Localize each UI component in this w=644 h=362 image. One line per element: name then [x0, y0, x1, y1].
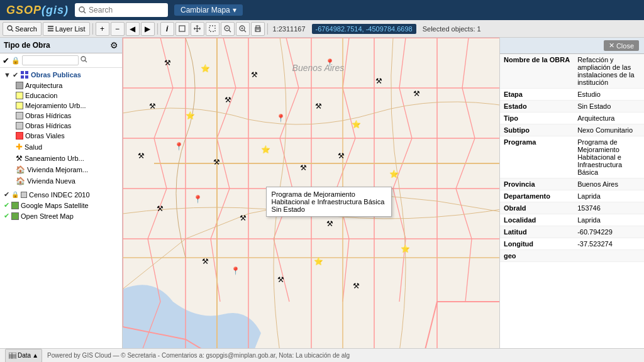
app-logo: GSOP(gis) [6, 4, 69, 17]
info-button[interactable]: i [160, 22, 174, 36]
print-button[interactable] [251, 22, 265, 36]
layer-label: Saneamiento Urb... [25, 155, 84, 162]
map-marker[interactable]: ⚒ [313, 101, 323, 111]
info-field-value: Buenos Aires [574, 178, 644, 190]
map-marker[interactable]: ⚒ [336, 151, 346, 161]
svg-point-25 [81, 57, 86, 61]
map-marker[interactable]: ⭐ [261, 145, 271, 155]
map-marker[interactable]: ⚒ [351, 281, 361, 291]
map-marker[interactable]: 📍 [231, 266, 241, 276]
map-marker[interactable]: ⚒ [148, 101, 158, 111]
layer-label: Obras Hídricas [25, 112, 71, 119]
map-marker[interactable]: ⚒ [411, 89, 421, 99]
layer-group: ▼ ✔ Obras Publicas Arquitectura Educacio… [0, 68, 122, 222]
map-marker[interactable]: ⭐ [201, 63, 211, 74]
layer-item[interactable]: Obras Hídricas [8, 111, 119, 121]
layer-item[interactable]: Obras Viales [8, 131, 119, 141]
layer-item[interactable]: ✔ Open Street Map [3, 211, 119, 221]
map-marker[interactable]: ⚒ [250, 70, 260, 80]
check-all-icon[interactable]: ✔ [3, 56, 9, 65]
info-panel: ✕ Close Nombre de la OBRARefacción y amp… [499, 38, 644, 348]
lock-icon[interactable]: 🔒 [11, 57, 20, 65]
zoom-in-button[interactable]: + [96, 22, 109, 36]
map-marker[interactable]: ⚒ [238, 213, 248, 223]
map-marker[interactable]: ⚒ [201, 256, 211, 266]
sidebar-config-button[interactable]: ⚙ [110, 40, 118, 50]
info-field-key: Programa [500, 136, 574, 178]
map-marker[interactable]: 📍 [325, 58, 335, 68]
sidebar-search-input[interactable] [22, 55, 79, 65]
map-marker[interactable]: ⚒ [163, 58, 173, 68]
info-field-key: geo [500, 250, 574, 262]
main-area: Tipo de Obra ⚙ ✔ 🔒 ▼ ✔ Obras Publicas [0, 38, 644, 348]
info-field-key: Estado [500, 101, 574, 112]
layer-item[interactable]: 🏠 Vivienda Nueva [8, 175, 119, 187]
check-icon: ✔ [13, 71, 18, 79]
map-marker[interactable]: ⚒ [212, 157, 222, 167]
info-field-key: Departamento [500, 190, 574, 202]
layer-list-button[interactable]: Layer List [43, 22, 90, 36]
cambiar-mapa-button[interactable]: Cambiar Mapa ▾ [174, 4, 243, 16]
map-marker[interactable]: ⚒ [155, 204, 165, 214]
info-field-key: Provincia [500, 178, 574, 190]
search-icon [7, 25, 14, 32]
forward-button[interactable]: ▶ [141, 22, 155, 36]
map-marker[interactable]: 📍 [174, 141, 184, 151]
info-table-row: Longitud-37.523274 [500, 238, 644, 250]
layer-item[interactable]: ✚ Salud [8, 141, 119, 153]
print-icon [254, 25, 262, 33]
map-marker[interactable]: ⭐ [389, 169, 399, 179]
svg-line-17 [229, 30, 231, 32]
map-marker[interactable]: ⚒ [136, 151, 147, 161]
map-marker[interactable]: ⭐ [313, 256, 323, 266]
map-marker[interactable]: ⚒ [276, 275, 286, 285]
map-background: Buenos Aires ⚒ ⭐ ⚒ 📍 ⚒ ⚒ ⭐ ⚒ 📍 ⚒ ⭐ ⚒ ⚒ 📍… [123, 38, 499, 348]
layer-label: Obras Hídricas [25, 122, 71, 129]
map-marker[interactable]: 📍 [193, 194, 203, 204]
map-marker[interactable]: ⭐ [186, 111, 196, 121]
layer-item[interactable]: 🏠 Vivienda Mejoram... [8, 164, 119, 175]
map-container[interactable]: Buenos Aires ⚒ ⭐ ⚒ 📍 ⚒ ⚒ ⭐ ⚒ 📍 ⚒ ⭐ ⚒ ⚒ 📍… [123, 38, 499, 348]
layer-item[interactable]: ⚒ Saneamiento Urb... [8, 153, 119, 164]
info-field-value: Estudio [574, 89, 644, 101]
map-marker[interactable]: ⚒ [374, 76, 384, 86]
data-button[interactable]: Data ▲ [5, 349, 42, 363]
header-search-box[interactable] [75, 3, 168, 17]
zoom-in-map-button[interactable] [236, 22, 250, 36]
grid-icon [20, 70, 29, 79]
sidebar-title: Tipo de Obra [4, 41, 50, 50]
search-button[interactable]: Search [3, 22, 42, 36]
map-marker[interactable]: ⚒ [325, 219, 335, 229]
header-search-input[interactable] [89, 6, 164, 14]
layer-item[interactable]: Mejoramiento Urb... [8, 101, 119, 111]
check-icon: ✔ [4, 201, 9, 209]
zoom-rect-button[interactable] [206, 22, 219, 36]
select-button[interactable] [175, 22, 189, 36]
layer-item[interactable]: Arquitectura [8, 80, 119, 90]
map-marker[interactable]: ⭐ [351, 119, 361, 129]
layer-label: Arquitectura [25, 82, 62, 89]
layer-item[interactable]: Educacion [8, 90, 119, 101]
move-button[interactable] [191, 22, 204, 36]
map-marker[interactable]: ⚒ [299, 163, 309, 173]
scale-display: 1:2311167 [270, 24, 308, 34]
info-field-value: Nexo Comunitario [574, 124, 644, 136]
layer-item[interactable]: ▼ ✔ Obras Publicas [3, 69, 119, 80]
layers-icon [47, 25, 54, 32]
svg-rect-29 [21, 75, 24, 79]
zoom-out-map-button[interactable] [221, 22, 235, 36]
layer-item[interactable]: Obras Hídricas [8, 121, 119, 131]
sidebar-search-icon[interactable] [80, 56, 87, 65]
svg-rect-34 [9, 357, 16, 359]
layer-color [16, 112, 23, 119]
zoom-out-button[interactable]: − [111, 22, 125, 36]
select-icon [179, 25, 186, 32]
map-marker[interactable]: 📍 [276, 113, 286, 123]
info-field-key: Subtipo [500, 124, 574, 136]
map-marker[interactable]: ⭐ [400, 244, 410, 254]
back-button[interactable]: ◀ [126, 22, 140, 36]
layer-item[interactable]: ✔ 🔒 Censo INDEC 2010 [3, 189, 119, 200]
map-marker[interactable]: ⚒ [223, 95, 233, 105]
close-button[interactable]: ✕ Close [604, 40, 639, 51]
layer-item[interactable]: ✔ Google Maps Satellite [3, 200, 119, 211]
